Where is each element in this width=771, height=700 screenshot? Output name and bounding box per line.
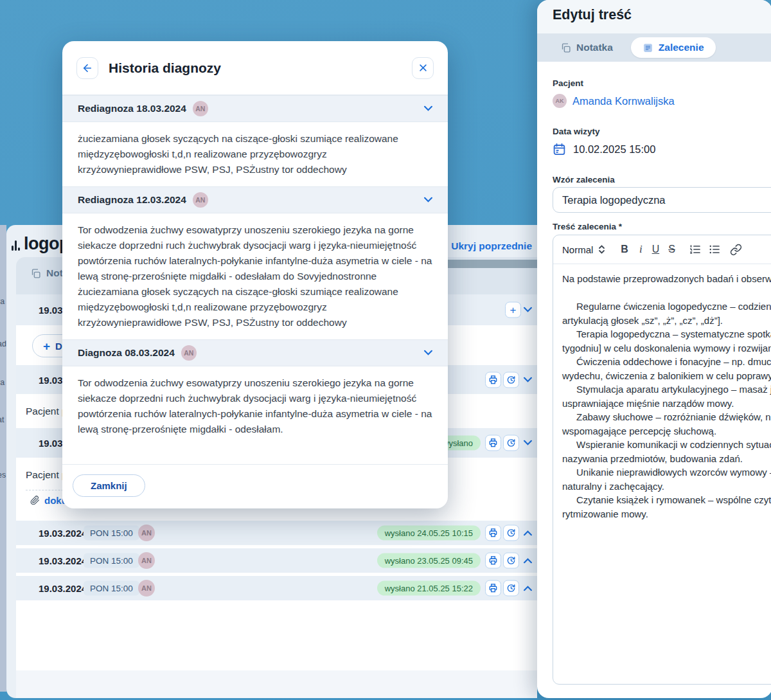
copy-icon bbox=[30, 268, 41, 279]
diagnosis-sections: Rediagnoza 18.03.2024 AN żuciezamiana gł… bbox=[62, 95, 448, 464]
history-button[interactable] bbox=[503, 525, 519, 541]
underline-button[interactable]: U bbox=[652, 244, 660, 255]
editor-line: Regularne ćwiczenia logopedyczne – codzi… bbox=[562, 300, 771, 314]
link-button[interactable] bbox=[730, 244, 742, 256]
diagnosis-text: żuciezamiana głosek syczących na ciszące… bbox=[62, 122, 448, 186]
visit-date: 19.03.2024 bbox=[39, 528, 87, 539]
plus-icon: + bbox=[43, 340, 50, 352]
drawer-title: Edytuj treść bbox=[553, 7, 632, 23]
editor-line: usprawniające mięśnie narządów mowy. bbox=[562, 397, 771, 411]
chevron-up-icon[interactable] bbox=[524, 586, 532, 591]
close-button[interactable] bbox=[412, 57, 434, 79]
diagnosis-section-header[interactable]: Rediagnoza 18.03.2024 AN bbox=[62, 95, 448, 122]
modal-header: Historia diagnozy bbox=[62, 41, 448, 95]
visit-slot: PON 15:00 bbox=[84, 553, 139, 568]
chevron-down-icon[interactable] bbox=[424, 350, 432, 356]
editor-line: Wspieranie komunikacji w codziennych syt… bbox=[562, 438, 771, 452]
add-entry-button[interactable]: + bbox=[505, 302, 521, 318]
editor-toolbar: Normal B i U S bbox=[553, 235, 771, 264]
print-button[interactable] bbox=[485, 580, 501, 597]
editor-line: artykulacją głosek „sz”, „ż”, „cz”, „dż”… bbox=[562, 314, 771, 328]
print-button[interactable] bbox=[485, 372, 501, 388]
print-button[interactable] bbox=[485, 525, 501, 541]
printer-icon bbox=[488, 438, 498, 448]
visit-date: 19.03.2024 bbox=[39, 555, 87, 566]
chevron-up-icon[interactable] bbox=[524, 558, 532, 564]
patient-label: Pacjent bbox=[553, 78, 583, 88]
edit-content-drawer: Edytuj treść Notatka Zalecenie Pacjent A… bbox=[537, 0, 771, 698]
history-button[interactable] bbox=[503, 372, 519, 388]
diagnosis-history-modal: Historia diagnozy Rediagnoza 18.03.2024 … bbox=[62, 41, 448, 508]
hide-previous-link[interactable]: ‹ Ukryj poprzednie bbox=[444, 240, 532, 252]
tab-recommendation[interactable]: Zalecenie bbox=[631, 37, 716, 58]
visit-slot: PON 15:00 bbox=[84, 581, 139, 596]
arrow-left-icon bbox=[82, 62, 93, 74]
patient-link[interactable]: AK Amanda Kornwalijska bbox=[553, 94, 675, 108]
editor-line: Terapia logopedyczna – systematyczne spo… bbox=[562, 327, 771, 341]
app-logo: logop bbox=[12, 234, 69, 254]
chevron-down-icon[interactable] bbox=[524, 307, 532, 313]
back-button[interactable] bbox=[76, 57, 98, 79]
template-select[interactable]: Terapia logopedyczna bbox=[553, 187, 771, 213]
table-row[interactable]: 19.03.2024 PON 15:00 AN wysłano 23.05.25… bbox=[16, 548, 537, 573]
diagnosis-section-title: Rediagnoza 18.03.2024 bbox=[78, 103, 186, 114]
bullet-list-button[interactable] bbox=[709, 244, 720, 255]
history-icon bbox=[506, 375, 516, 384]
chevron-down-icon[interactable] bbox=[524, 440, 532, 446]
italic-button[interactable]: i bbox=[639, 243, 642, 256]
print-button[interactable] bbox=[485, 435, 501, 451]
background-edge-strip: raadraates bbox=[0, 225, 6, 692]
print-button[interactable] bbox=[485, 553, 501, 569]
chevron-down-icon[interactable] bbox=[424, 197, 432, 203]
drawer-tabs: Notatka Zalecenie bbox=[537, 33, 771, 62]
chevron-up-icon[interactable] bbox=[524, 530, 532, 536]
edge-text-fragment: at bbox=[0, 415, 4, 424]
visit-date-field[interactable]: 10.02.2025 15:00 bbox=[553, 143, 655, 156]
visit-slot: PON 15:00 bbox=[84, 526, 139, 541]
modal-footer: Zamknij bbox=[62, 464, 448, 508]
diagnosis-section-header[interactable]: Diagnoza 08.03.2024 AN bbox=[62, 339, 448, 366]
avatar: AN bbox=[181, 345, 197, 361]
diagnosis-section-header[interactable]: Rediagnoza 12.03.2024 AN bbox=[62, 186, 448, 213]
chevron-down-icon[interactable] bbox=[524, 377, 532, 382]
sent-badge: wysłano 21.05.25 15:22 bbox=[377, 581, 481, 596]
style-updown-icon[interactable] bbox=[598, 244, 605, 255]
edge-text-fragment: es bbox=[0, 471, 6, 480]
history-button[interactable] bbox=[503, 435, 519, 451]
history-icon bbox=[506, 438, 516, 448]
printer-icon bbox=[488, 584, 498, 593]
diagnosis-section-title: Rediagnoza 12.03.2024 bbox=[78, 194, 186, 206]
calendar-icon bbox=[553, 143, 566, 156]
tab-note-partial[interactable]: Not bbox=[30, 267, 63, 279]
editor-content[interactable]: Na podstawie przeprowadzonych badań i ob… bbox=[553, 264, 771, 521]
content-label: Treść zalecenia * bbox=[553, 222, 622, 231]
edge-text-fragment: ad bbox=[0, 339, 6, 348]
avatar: AK bbox=[553, 94, 567, 108]
editor-line: nazywania przedmiotów, budowania zdań. bbox=[562, 452, 771, 466]
chevron-down-icon[interactable] bbox=[424, 106, 432, 112]
editor-line bbox=[562, 286, 771, 300]
avatar: AN bbox=[138, 525, 155, 541]
paragraph-style-select[interactable]: Normal bbox=[562, 244, 593, 255]
history-icon bbox=[506, 556, 516, 566]
table-row[interactable]: 19.03.2024 PON 15:00 AN wysłano 24.05.25… bbox=[16, 521, 537, 545]
visit-date-label: Data wizyty bbox=[553, 127, 600, 136]
ordered-list-button[interactable] bbox=[689, 244, 701, 255]
visit-date: 19.03.2024 bbox=[39, 583, 87, 594]
history-button[interactable] bbox=[503, 580, 519, 597]
diagnosis-text: Tor odwodzenia żuchwy esowatyprzy unosze… bbox=[62, 366, 448, 464]
sent-badge: wysłano 24.05.25 10:15 bbox=[377, 526, 481, 541]
printer-icon bbox=[488, 528, 498, 538]
editor-line: rytmizowanie mowy. bbox=[562, 507, 771, 521]
bold-button[interactable]: B bbox=[621, 244, 628, 255]
close-modal-button[interactable]: Zamknij bbox=[73, 474, 145, 497]
rich-text-editor[interactable]: Normal B i U S Na podstawie przeprowadzo… bbox=[553, 235, 771, 685]
table-row[interactable]: 19.03.2024 PON 15:00 AN wysłano 21.05.25… bbox=[16, 576, 537, 600]
copy-icon bbox=[560, 42, 571, 53]
modal-title: Historia diagnozy bbox=[109, 60, 412, 76]
strikethrough-button[interactable]: S bbox=[668, 244, 675, 255]
tab-note[interactable]: Notatka bbox=[560, 42, 613, 53]
history-icon bbox=[506, 528, 516, 538]
history-button[interactable] bbox=[503, 553, 519, 569]
template-value: Terapia logopedyczna bbox=[562, 194, 666, 206]
